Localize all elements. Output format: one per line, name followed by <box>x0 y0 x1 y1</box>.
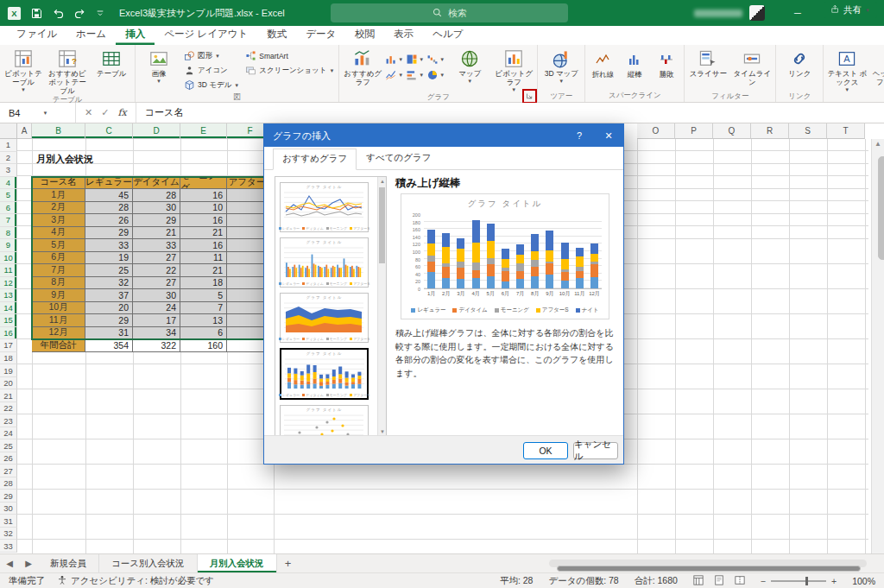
dialog-tab-おすすめグラフ[interactable]: おすすめグラフ <box>273 149 357 170</box>
table-cell[interactable]: 29 <box>133 214 180 227</box>
button-line-chart[interactable]: ▼ <box>385 67 406 83</box>
share-button[interactable]: 共有 ▼ <box>824 2 877 18</box>
horizontal-scrollbar[interactable] <box>549 560 867 567</box>
button-ピボットグラフ[interactable]: ピボットグラフ ▼ <box>492 47 535 92</box>
table-cell[interactable]: 22 <box>133 264 180 277</box>
row-header-1[interactable]: 1 <box>0 139 17 152</box>
table-cell[interactable]: 16 <box>180 214 227 227</box>
table-cell[interactable]: 28 <box>85 202 133 215</box>
column-header-S[interactable]: S <box>789 123 827 139</box>
column-header-Q[interactable]: Q <box>713 123 751 139</box>
column-header-A[interactable]: A <box>17 123 32 139</box>
row-header-15[interactable]: 15 <box>0 314 17 327</box>
sheet-tab-コース別入会状況[interactable]: コース別入会状況 <box>99 554 198 572</box>
row-header-10[interactable]: 10 <box>0 252 17 265</box>
chart-type-list[interactable]: グラフ タイトルレギュラーデイタイムモーニングアフターSグラフ タイトルレギュラ… <box>275 176 387 437</box>
tab-表示[interactable]: 表示 <box>384 25 423 45</box>
table-cell[interactable]: 28 <box>133 189 180 202</box>
table-cell[interactable]: 24 <box>133 302 180 315</box>
row-header-21[interactable]: 21 <box>0 389 17 402</box>
table-cell[interactable]: 21 <box>180 264 227 277</box>
row-header-32[interactable]: 32 <box>0 528 17 541</box>
table-cell[interactable]: 37 <box>85 289 133 302</box>
row-header-33[interactable]: 33 <box>0 540 17 553</box>
row-header-11[interactable]: 11 <box>0 264 17 277</box>
insert-function-icon[interactable]: fx <box>117 107 126 118</box>
total-label-cell[interactable]: 年間合計 <box>32 339 85 352</box>
scroll-up-icon[interactable]: ▲ <box>872 140 884 148</box>
page-layout-view-icon[interactable] <box>714 575 724 587</box>
table-header-コース名[interactable]: コース名 <box>32 177 85 190</box>
row-header-9[interactable]: 9 <box>0 239 17 252</box>
zoom-in-icon[interactable]: + <box>831 576 837 586</box>
row-header-12[interactable]: 12 <box>0 277 17 290</box>
table-cell[interactable]: 16 <box>180 189 227 202</box>
row-header-14[interactable]: 14 <box>0 302 17 315</box>
button-スクリーンショット[interactable]: スクリーンショット▼ <box>243 63 337 78</box>
page-break-view-icon[interactable] <box>735 575 745 587</box>
table-cell[interactable]: 25 <box>85 264 133 277</box>
zoom-out-icon[interactable]: − <box>761 576 766 586</box>
chart-thumbnail-stacked-column[interactable]: グラフ タイトルレギュラーデイタイムモーニングアフターS <box>280 348 369 400</box>
button-画像[interactable]: 画像 ▼ <box>137 47 180 92</box>
table-cell[interactable]: 34 <box>133 327 180 340</box>
button-waterfall-chart[interactable]: ▼ <box>426 52 447 67</box>
table-cell[interactable]: 21 <box>133 227 180 240</box>
table-cell[interactable]: 5 <box>180 289 227 302</box>
row-header-24[interactable]: 24 <box>0 427 17 440</box>
avatar[interactable] <box>749 5 765 21</box>
scroll-up-icon[interactable]: ▲ <box>378 179 387 184</box>
save-icon[interactable] <box>30 7 43 20</box>
row-header-2[interactable]: 2 <box>0 152 17 165</box>
total-value-cell[interactable]: 322 <box>133 339 180 352</box>
row-header-22[interactable]: 22 <box>0 402 17 415</box>
table-cell[interactable]: 13 <box>180 314 227 327</box>
month-cell-3月[interactable]: 3月 <box>32 214 85 227</box>
zoom-level[interactable]: 100% <box>852 576 875 586</box>
column-header-E[interactable]: E <box>180 123 227 139</box>
table-cell[interactable]: 30 <box>133 202 180 215</box>
table-cell[interactable]: 45 <box>85 189 133 202</box>
table-cell[interactable]: 17 <box>133 314 180 327</box>
month-cell-12月[interactable]: 12月 <box>32 327 85 340</box>
button-おすすめピボットテーブル[interactable]: ?おすすめピボットテーブル <box>46 47 89 95</box>
table-cell[interactable]: 19 <box>85 252 133 265</box>
zoom-slider[interactable] <box>771 580 826 582</box>
chart-dialog-launcher[interactable] <box>524 91 535 102</box>
button-タイムライン[interactable]: タイムライン <box>730 47 774 92</box>
row-header-13[interactable]: 13 <box>0 289 17 302</box>
sheet-tab-新規会員[interactable]: 新規会員 <box>38 554 99 572</box>
month-cell-1月[interactable]: 1月 <box>32 189 85 202</box>
button-column-chart[interactable]: ▼ <box>385 52 406 67</box>
dialog-tab-すべてのグラフ[interactable]: すべてのグラフ <box>357 148 440 169</box>
table-cell[interactable]: 33 <box>85 239 133 252</box>
month-cell-2月[interactable]: 2月 <box>32 202 85 215</box>
button-SmartArt[interactable]: SmartArt <box>243 48 337 63</box>
button-アイコン[interactable]: アイコン <box>181 63 242 78</box>
total-value-cell[interactable]: 354 <box>85 339 133 352</box>
column-header-B[interactable]: B <box>32 123 85 139</box>
table-cell[interactable]: 27 <box>133 277 180 290</box>
redo-icon[interactable] <box>73 7 86 20</box>
row-header-7[interactable]: 7 <box>0 214 17 227</box>
scroll-down-icon[interactable]: ▼ <box>378 429 387 434</box>
qat-customize-icon[interactable] <box>95 8 105 18</box>
table-cell[interactable]: 20 <box>85 302 133 315</box>
button-テキスト ボックス[interactable]: Aテキスト ボックス ▼ <box>825 47 868 92</box>
row-header-6[interactable]: 6 <box>0 202 17 215</box>
chart-thumbnail-column[interactable]: グラフ タイトルレギュラーデイタイムモーニングアフターS <box>280 237 369 288</box>
button-おすすめグラフ[interactable]: おすすめグラフ <box>341 47 384 92</box>
button-縦棒[interactable]: 縦棒 <box>619 47 650 80</box>
column-header-D[interactable]: D <box>133 123 180 139</box>
row-header-25[interactable]: 25 <box>0 439 17 452</box>
row-header-4[interactable]: 4 <box>0 177 17 190</box>
column-header-C[interactable]: C <box>85 123 133 139</box>
column-header-P[interactable]: P <box>675 123 713 139</box>
month-cell-11月[interactable]: 11月 <box>32 314 85 327</box>
row-header-29[interactable]: 29 <box>0 490 17 503</box>
select-all-corner[interactable] <box>0 123 17 139</box>
month-cell-5月[interactable]: 5月 <box>32 239 85 252</box>
button-hierarchy-chart[interactable]: ▼ <box>406 52 426 67</box>
table-cell[interactable]: 30 <box>133 289 180 302</box>
table-cell[interactable]: 29 <box>85 227 133 240</box>
